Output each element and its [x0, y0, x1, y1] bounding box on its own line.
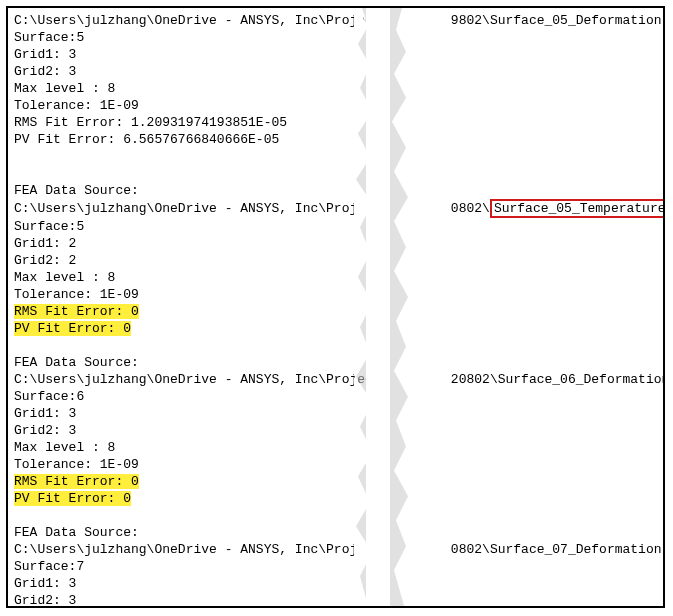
grid2-line: Grid2: 3 — [14, 592, 657, 606]
fea-data-source-header: FEA Data Source: — [14, 354, 657, 371]
file-path: C:\Users\julzhang\OneDrive - ANSYS, Inc\… — [14, 12, 657, 29]
rms-line: RMS Fit Error: 0 — [14, 473, 657, 490]
tolerance-line: Tolerance: 1E-09 — [14, 286, 657, 303]
surface-line: Surface:6 — [14, 388, 657, 405]
fea-data-source-header: FEA Data Source: — [14, 182, 657, 199]
highlighted-filename: Surface_05_Temperature_deformed. — [490, 199, 663, 218]
pv-line: PV Fit Error: 6.56576766840666E-05 — [14, 131, 657, 148]
rms-fit-error-highlight: RMS Fit Error: 0 — [14, 304, 139, 319]
pv-line: PV Fit Error: 0 — [14, 490, 657, 507]
grid1-line: Grid1: 3 — [14, 575, 657, 592]
surface-line: Surface:5 — [14, 29, 657, 46]
file-path: C:\Users\julzhang\OneDrive - ANSYS, Inc\… — [14, 541, 657, 558]
rms-line: RMS Fit Error: 0 — [14, 303, 657, 320]
grid2-line: Grid2: 3 — [14, 63, 657, 80]
grid1-line: Grid1: 3 — [14, 405, 657, 422]
tolerance-line: Tolerance: 1E-09 — [14, 97, 657, 114]
surface-line: Surface:7 — [14, 558, 657, 575]
maxlevel-line: Max level : 8 — [14, 80, 657, 97]
tolerance-line: Tolerance: 1E-09 — [14, 456, 657, 473]
blank-line — [14, 148, 657, 165]
grid2-line: Grid2: 3 — [14, 422, 657, 439]
maxlevel-line: Max level : 8 — [14, 439, 657, 456]
file-path: C:\Users\julzhang\OneDrive - ANSYS, Inc\… — [14, 371, 657, 388]
rms-fit-error-highlight: RMS Fit Error: 0 — [14, 474, 139, 489]
pv-fit-error-highlight: PV Fit Error: 0 — [14, 321, 131, 336]
blank-line — [14, 507, 657, 524]
blank-line — [14, 337, 657, 354]
rms-line: RMS Fit Error: 1.20931974193851E-05 — [14, 114, 657, 131]
grid1-line: Grid1: 2 — [14, 235, 657, 252]
pv-line: PV Fit Error: 0 — [14, 320, 657, 337]
maxlevel-line: Max level : 8 — [14, 269, 657, 286]
grid2-line: Grid2: 2 — [14, 252, 657, 269]
surface-line: Surface:5 — [14, 218, 657, 235]
fea-data-source-header: FEA Data Source: — [14, 524, 657, 541]
pv-fit-error-highlight: PV Fit Error: 0 — [14, 491, 131, 506]
file-path: C:\Users\julzhang\OneDrive - ANSYS, Inc\… — [14, 199, 657, 218]
log-text-content: C:\Users\julzhang\OneDrive - ANSYS, Inc\… — [8, 8, 663, 606]
blank-line — [14, 165, 657, 182]
grid1-line: Grid1: 3 — [14, 46, 657, 63]
log-frame: C:\Users\julzhang\OneDrive - ANSYS, Inc\… — [6, 6, 665, 608]
